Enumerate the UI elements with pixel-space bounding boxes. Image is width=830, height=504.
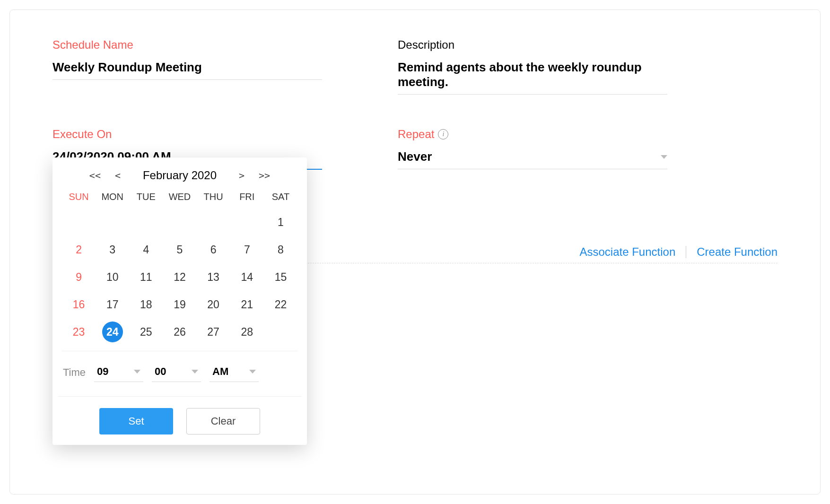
description-label: Description — [398, 38, 667, 52]
calendar-day[interactable]: 7 — [230, 239, 264, 260]
repeat-value: Never — [398, 149, 432, 164]
calendar-day[interactable]: 3 — [96, 239, 129, 260]
associate-function-link[interactable]: Associate Function — [579, 245, 675, 259]
calendar-day[interactable]: 17 — [96, 294, 129, 315]
calendar-day[interactable]: 19 — [163, 294, 196, 315]
calendar-day[interactable]: 14 — [230, 267, 264, 287]
calendar-day[interactable]: 16 — [62, 294, 96, 315]
calendar-empty-cell — [62, 212, 96, 233]
calendar-day[interactable]: 26 — [163, 322, 196, 342]
description-group: Description Remind agents about the week… — [398, 38, 667, 95]
date-time-picker: << < February 2020 > >> SUNMONTUEWEDTHUF… — [52, 157, 307, 445]
prev-month-button[interactable]: < — [115, 170, 121, 181]
hour-select[interactable]: 09 — [94, 363, 143, 382]
calendar-day[interactable]: 1 — [264, 212, 297, 233]
hour-value: 09 — [97, 365, 108, 378]
calendar-empty-cell — [129, 212, 163, 233]
schedule-name-input[interactable]: Weekly Roundup Meeting — [52, 60, 322, 80]
row-1: Schedule Name Weekly Roundup Meeting Des… — [52, 38, 778, 95]
calendar-buttons: Set Clear — [58, 396, 301, 434]
next-month-button[interactable]: > — [239, 170, 245, 181]
weekday-header: MON — [96, 191, 129, 205]
calendar-day[interactable]: 20 — [197, 294, 230, 315]
clear-button[interactable]: Clear — [186, 408, 260, 434]
calendar-day[interactable]: 23 — [62, 322, 96, 342]
calendar-day[interactable]: 2 — [62, 239, 96, 260]
function-links: Associate Function Create Function — [579, 245, 778, 259]
calendar-day[interactable]: 21 — [230, 294, 264, 315]
repeat-group: Repeat i Never — [398, 128, 667, 170]
description-input[interactable]: Remind agents about the weekly roundup m… — [398, 60, 667, 95]
row-2: Execute On 24/02/2020 09:00 AM << < Febr… — [52, 128, 778, 170]
weekday-header: SAT — [264, 191, 297, 205]
info-icon[interactable]: i — [438, 129, 448, 139]
repeat-label-text: Repeat — [398, 128, 434, 141]
minute-value: 00 — [155, 365, 166, 378]
repeat-select[interactable]: Never — [398, 149, 667, 169]
calendar-header: << < February 2020 > >> — [58, 169, 301, 182]
weekday-header: THU — [197, 191, 230, 205]
calendar-day[interactable]: 6 — [197, 239, 230, 260]
execute-on-group: Execute On 24/02/2020 09:00 AM << < Febr… — [52, 128, 322, 170]
weekday-header: WED — [163, 191, 196, 205]
weekday-header: FRI — [230, 191, 264, 205]
calendar-empty-cell — [163, 212, 196, 233]
calendar-day[interactable]: 25 — [129, 322, 163, 342]
calendar-empty-cell — [96, 212, 129, 233]
minute-select[interactable]: 00 — [152, 363, 201, 382]
link-divider — [686, 246, 686, 258]
execute-on-label: Execute On — [52, 128, 322, 141]
time-row: Time 09 00 AM — [58, 351, 301, 382]
weekday-header: SUN — [62, 191, 96, 205]
chevron-down-icon — [661, 155, 667, 159]
calendar-day[interactable]: 8 — [264, 239, 297, 260]
calendar-day[interactable]: 9 — [62, 267, 96, 287]
chevron-down-icon — [249, 370, 256, 374]
create-function-link[interactable]: Create Function — [697, 245, 778, 259]
schedule-name-group: Schedule Name Weekly Roundup Meeting — [52, 38, 322, 95]
calendar-day[interactable]: 27 — [197, 322, 230, 342]
chevron-down-icon — [134, 370, 140, 374]
calendar-day[interactable]: 12 — [163, 267, 196, 287]
chevron-down-icon — [192, 370, 198, 374]
repeat-label: Repeat i — [398, 128, 667, 141]
set-button[interactable]: Set — [99, 408, 173, 434]
calendar-day[interactable]: 18 — [129, 294, 163, 315]
schedule-name-label: Schedule Name — [52, 38, 322, 52]
calendar-empty-cell — [197, 212, 230, 233]
calendar-day[interactable]: 28 — [230, 322, 264, 342]
calendar-day[interactable]: 11 — [129, 267, 163, 287]
calendar-empty-cell — [264, 322, 297, 342]
weekday-header: TUE — [129, 191, 163, 205]
calendar-empty-cell — [230, 212, 264, 233]
calendar-title: February 2020 — [135, 169, 225, 182]
calendar-grid: SUNMONTUEWEDTHUFRISAT1234567891011121314… — [58, 191, 301, 342]
calendar-day[interactable]: 10 — [96, 267, 129, 287]
calendar-day[interactable]: 15 — [264, 267, 297, 287]
calendar-day[interactable]: 5 — [163, 239, 196, 260]
calendar-day[interactable]: 4 — [129, 239, 163, 260]
prev-year-button[interactable]: << — [89, 170, 101, 181]
period-select[interactable]: AM — [210, 363, 259, 382]
calendar-day[interactable]: 22 — [264, 294, 297, 315]
time-label: Time — [63, 366, 86, 379]
period-value: AM — [212, 365, 228, 378]
calendar-day[interactable]: 24 — [102, 322, 123, 342]
calendar-day[interactable]: 13 — [197, 267, 230, 287]
next-year-button[interactable]: >> — [259, 170, 270, 181]
schedule-form: Schedule Name Weekly Roundup Meeting Des… — [9, 9, 821, 495]
